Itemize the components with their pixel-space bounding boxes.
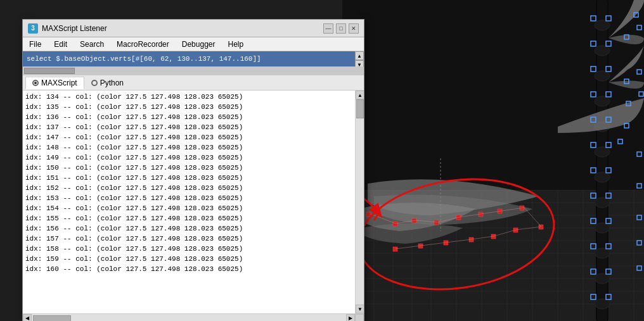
output-line: idx: 158 -- col: (color 127.5 127.498 12… xyxy=(25,244,352,254)
tab-python-label: Python xyxy=(100,79,124,87)
command-vscrollbar: ▲ ▼ xyxy=(355,51,364,66)
vscroll-thumb xyxy=(356,99,364,118)
output-line: idx: 147 -- col: (color 127.5 127.498 12… xyxy=(25,132,352,142)
svg-rect-86 xyxy=(393,247,397,251)
output-line: idx: 155 -- col: (color 127.5 127.498 12… xyxy=(25,213,352,223)
resize-corner[interactable] xyxy=(355,314,364,322)
title-bar: 3 MAXScript Listener — □ ✕ xyxy=(23,20,364,37)
output-vscrollbar: ▲ ▼ xyxy=(355,91,364,313)
close-button[interactable]: ✕ xyxy=(349,23,359,34)
output-line: idx: 151 -- col: (color 127.5 127.498 12… xyxy=(25,173,352,183)
output-line: idx: 135 -- col: (color 127.5 127.498 12… xyxy=(25,102,352,112)
window-controls: — □ ✕ xyxy=(323,23,359,34)
output-line: idx: 149 -- col: (color 127.5 127.498 12… xyxy=(25,153,352,163)
svg-point-27 xyxy=(595,20,610,30)
command-hscrollbar[interactable] xyxy=(23,66,364,75)
svg-point-33 xyxy=(595,172,610,182)
output-line: idx: 150 -- col: (color 127.5 127.498 12… xyxy=(25,163,352,173)
command-hscroll-thumb xyxy=(24,68,75,74)
vscroll-up[interactable]: ▲ xyxy=(356,91,364,99)
command-area: select $.baseObject.verts[#[60, 62, 130.… xyxy=(23,51,364,66)
tab-maxscript-label: MAXScript xyxy=(41,79,77,87)
tab-python[interactable]: Python xyxy=(84,77,131,89)
menu-help[interactable]: Help xyxy=(226,40,245,49)
tab-maxscript[interactable]: MAXScript xyxy=(25,77,84,89)
menu-file[interactable]: File xyxy=(28,40,42,49)
svg-point-30 xyxy=(595,96,610,106)
output-line: idx: 134 -- col: (color 127.5 127.498 12… xyxy=(25,92,352,102)
command-text[interactable]: select $.baseObject.verts[#[60, 62, 130.… xyxy=(27,55,360,63)
tab-bar: MAXScript Python xyxy=(23,75,364,91)
hscroll-thumb xyxy=(33,315,71,322)
menu-macrorecorder[interactable]: MacroRecorder xyxy=(115,40,171,49)
tab-maxscript-radio xyxy=(32,80,39,86)
title-bar-left: 3 MAXScript Listener xyxy=(28,23,107,34)
output-line: idx: 152 -- col: (color 127.5 127.498 12… xyxy=(25,183,352,193)
output-line: idx: 154 -- col: (color 127.5 127.498 12… xyxy=(25,203,352,213)
svg-point-38 xyxy=(595,299,610,309)
menu-search[interactable]: Search xyxy=(79,40,105,49)
output-line: idx: 160 -- col: (color 127.5 127.498 12… xyxy=(25,264,352,274)
restore-button[interactable]: □ xyxy=(336,23,346,34)
output-line: idx: 137 -- col: (color 127.5 127.498 12… xyxy=(25,122,352,132)
app-icon: 3 xyxy=(28,23,38,34)
maxscript-window: 3 MAXScript Listener — □ ✕ File Edit Sea… xyxy=(22,19,364,321)
output-line: idx: 159 -- col: (color 127.5 127.498 12… xyxy=(25,254,352,264)
svg-point-37 xyxy=(595,274,610,284)
svg-point-32 xyxy=(595,147,610,157)
svg-point-36 xyxy=(595,248,610,258)
output-content: idx: 134 -- col: (color 127.5 127.498 12… xyxy=(23,91,355,313)
menu-edit[interactable]: Edit xyxy=(53,40,68,49)
svg-rect-73 xyxy=(393,222,397,226)
vscroll-down[interactable]: ▼ xyxy=(356,305,364,313)
output-line: idx: 157 -- col: (color 127.5 127.498 12… xyxy=(25,234,352,244)
output-line: idx: 153 -- col: (color 127.5 127.498 12… xyxy=(25,193,352,203)
output-area: idx: 134 -- col: (color 127.5 127.498 12… xyxy=(23,91,364,313)
output-hscrollbar: ◀ ▶ xyxy=(23,313,364,321)
svg-point-34 xyxy=(595,198,610,208)
svg-point-29 xyxy=(595,71,610,81)
minimize-button[interactable]: — xyxy=(323,23,333,34)
hscroll-right[interactable]: ▶ xyxy=(346,314,355,322)
tab-python-radio xyxy=(91,80,98,86)
svg-rect-75 xyxy=(434,220,439,225)
output-line: idx: 156 -- col: (color 127.5 127.498 12… xyxy=(25,223,352,234)
svg-point-28 xyxy=(595,46,610,56)
svg-point-35 xyxy=(595,223,610,233)
command-scroll-up[interactable]: ▲ xyxy=(355,51,364,60)
menu-bar: File Edit Search MacroRecorder Debugger … xyxy=(23,37,364,51)
menu-debugger[interactable]: Debugger xyxy=(181,40,217,49)
output-line: idx: 148 -- col: (color 127.5 127.498 12… xyxy=(25,142,352,153)
hscroll-track xyxy=(32,315,346,322)
output-line: idx: 136 -- col: (color 127.5 127.498 12… xyxy=(25,112,352,122)
hscroll-left[interactable]: ◀ xyxy=(23,314,32,322)
window-title: MAXScript Listener xyxy=(42,24,107,33)
vscroll-track xyxy=(356,99,364,305)
